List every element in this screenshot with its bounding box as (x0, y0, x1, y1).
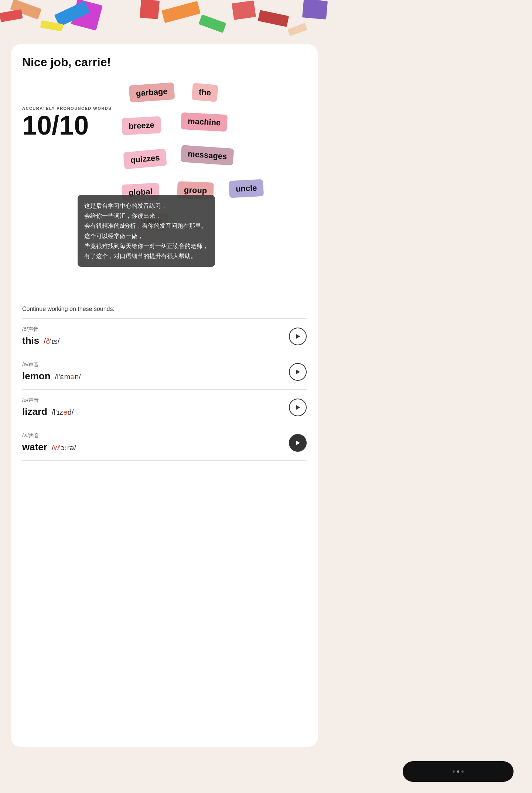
sound-left: /ð/声音this/ð'ɪs/ (22, 326, 59, 346)
sound-phonetic: /l'ɪzəd/ (52, 408, 74, 417)
sound-category: /ð/声音 (22, 326, 59, 333)
sound-category: /ə/声音 (22, 362, 81, 368)
confetti-piece (0, 9, 23, 22)
sound-word-line: lemon/l'ɛmən/ (22, 370, 81, 382)
sound-word-line: water/w'ɔːrə/ (22, 441, 76, 453)
continue-label: Continue working on these sounds: (22, 306, 307, 312)
sound-word-line: lizard/l'ɪzəd/ (22, 406, 74, 417)
word-cloud-container: ACCURATELY PRONOUNCED WORDS 10/10 garbag… (22, 77, 307, 298)
sound-left: /w/声音water/w'ɔːrə/ (22, 433, 76, 453)
sound-category: /ə/声音 (22, 397, 74, 404)
sound-item: /ə/声音lizard/l'ɪzəd/ (22, 389, 307, 425)
confetti-piece (140, 0, 160, 19)
word-tag: uncle (229, 179, 264, 198)
sound-item: /ð/声音this/ð'ɪs/ (22, 318, 307, 354)
sound-item: /ə/声音lemon/l'ɛmən/ (22, 354, 307, 389)
sound-item: /w/声音water/w'ɔːrə/ (22, 425, 307, 461)
play-button[interactable] (289, 363, 307, 381)
confetti-area (0, 0, 329, 44)
sound-word: lizard (22, 406, 47, 417)
tooltip-overlay: 这是后台学习中心的发音练习， 会给你一些词汇，你读出来， 会有很精准的ai分析，… (78, 195, 215, 267)
word-tag: breeze (122, 116, 161, 135)
sound-phonetic: /l'ɛmən/ (55, 372, 81, 381)
confetti-piece (287, 23, 307, 36)
confetti-piece (161, 1, 201, 23)
sound-word: lemon (22, 370, 51, 382)
sound-phonetic: /w'ɔːrə/ (52, 443, 76, 452)
svg-marker-2 (296, 405, 300, 410)
svg-marker-3 (296, 441, 300, 445)
continue-section: Continue working on these sounds: /ð/声音t… (22, 306, 307, 461)
word-tag: messages (181, 145, 234, 166)
play-button[interactable] (289, 399, 307, 416)
confetti-piece (232, 0, 256, 20)
sound-word: water (22, 441, 47, 453)
sound-category: /w/声音 (22, 433, 76, 439)
sound-left: /ə/声音lemon/l'ɛmən/ (22, 362, 81, 382)
main-card: Nice job, carrie! ACCURATELY PRONOUNCED … (11, 44, 318, 747)
confetti-piece (258, 10, 289, 27)
score-label: ACCURATELY PRONOUNCED WORDS (22, 106, 112, 111)
confetti-piece (198, 14, 226, 33)
score-section: ACCURATELY PRONOUNCED WORDS 10/10 (22, 106, 112, 139)
score-value: 10/10 (22, 112, 112, 139)
svg-marker-0 (296, 334, 300, 339)
play-button[interactable] (289, 328, 307, 345)
sound-phonetic: /ð'ɪs/ (44, 337, 59, 346)
word-tag: quizzes (123, 149, 167, 169)
sound-word: this (22, 335, 39, 346)
word-tag: machine (181, 112, 228, 132)
sound-left: /ə/声音lizard/l'ɪzəd/ (22, 397, 74, 417)
sound-word-line: this/ð'ɪs/ (22, 335, 59, 346)
sounds-container: /ð/声音this/ð'ɪs//ə/声音lemon/l'ɛmən//ə/声音li… (22, 318, 307, 461)
play-button[interactable] (289, 434, 307, 452)
confetti-piece (302, 0, 328, 20)
greeting-text: Nice job, carrie! (22, 55, 307, 69)
svg-marker-1 (296, 370, 300, 374)
word-tag: the (191, 83, 218, 102)
word-tag: garbage (129, 82, 175, 102)
